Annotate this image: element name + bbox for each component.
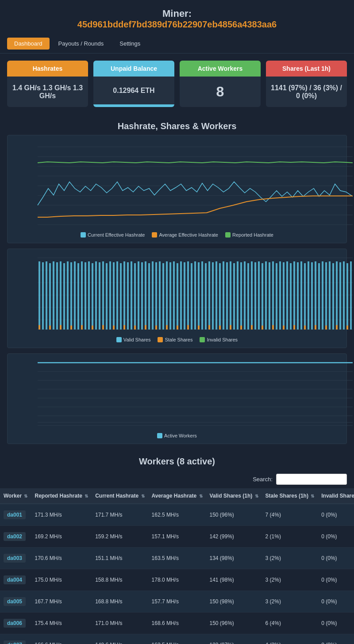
legend-invalid: Invalid Shares <box>200 337 238 342</box>
table-row: da001 171.3 MH/s 171.7 MH/s 162.5 MH/s 1… <box>0 504 354 526</box>
workers-svg: 8 7 6 5 4 3 2 1 0 Active Workers <box>34 358 353 429</box>
miner-address: 45d961bddef7bd389d76b22907eb4856a4383aa6 <box>4 19 350 30</box>
search-input[interactable] <box>276 474 347 485</box>
active-workers-chart: 8 7 6 5 4 3 2 1 0 Active Workers Activ <box>7 353 347 444</box>
svg-rect-69 <box>162 263 164 330</box>
active-workers-label: Active Workers <box>164 433 197 438</box>
svg-rect-151 <box>336 325 338 330</box>
col-invalid[interactable]: Invalid Shares (1h) ⇅ <box>318 488 354 504</box>
valid-label: Valid Shares <box>123 337 151 342</box>
hashrate-card: Hashrates 1.4 GH/s 1.3 GH/s 1.3 GH/s <box>7 61 88 107</box>
nav-payouts[interactable]: Payouts / Rounds <box>51 38 111 50</box>
svg-rect-144 <box>262 326 263 330</box>
col-valid[interactable]: Valid Shares (1h) ⇅ <box>206 488 262 504</box>
worker-name[interactable]: da007 <box>4 640 26 644</box>
svg-rect-104 <box>286 261 288 330</box>
table-row: da007 166.6 MH/s 149.6 MH/s 163.5 MH/s 1… <box>0 634 354 644</box>
average-cell: 157.1 MH/s <box>148 526 206 548</box>
col-worker[interactable]: Worker ⇅ <box>0 488 31 504</box>
stale-cell: 6 (4%) <box>262 613 318 634</box>
worker-name[interactable]: da001 <box>4 510 26 519</box>
svg-rect-58 <box>123 261 125 330</box>
stale-color <box>158 337 163 342</box>
svg-rect-66 <box>152 261 154 330</box>
hashrate-value: 1.4 GH/s 1.3 GH/s 1.3 GH/s <box>7 77 88 107</box>
svg-rect-135 <box>166 325 168 330</box>
invalid-cell: 0 (0%) <box>318 504 354 526</box>
table-row: da005 167.7 MH/s 168.8 MH/s 157.7 MH/s 1… <box>0 591 354 613</box>
worker-name[interactable]: da002 <box>4 532 26 541</box>
svg-rect-119 <box>339 262 341 330</box>
invalid-cell: 0 (0%) <box>318 613 354 634</box>
search-label: Search: <box>253 476 273 483</box>
col-stale[interactable]: Stale Shares (1h) ⇅ <box>262 488 318 504</box>
svg-rect-48 <box>88 261 90 330</box>
svg-rect-123 <box>38 325 40 330</box>
nav-settings[interactable]: Settings <box>112 38 147 50</box>
svg-rect-73 <box>177 263 178 330</box>
col-current[interactable]: Current Hashrate ⇅ <box>92 488 148 504</box>
average-label: Average Effective Hashrate <box>159 232 218 238</box>
shares-svg: 1200 1000 800 600 400 200 0 Shares // We… <box>34 253 353 333</box>
svg-rect-80 <box>201 261 203 330</box>
table-row: da004 175.0 MH/s 158.8 MH/s 178.0 MH/s 1… <box>0 569 354 591</box>
valid-cell: 150 (96%) <box>206 504 262 526</box>
worker-name-cell: da007 <box>0 634 31 644</box>
svg-rect-108 <box>300 261 302 330</box>
svg-rect-50 <box>95 261 97 330</box>
svg-rect-118 <box>336 261 338 330</box>
header: Miner: 45d961bddef7bd389d76b22907eb4856a… <box>0 0 354 34</box>
workers-value: 8 <box>180 77 261 107</box>
legend-valid: Valid Shares <box>116 337 151 342</box>
legend-current: Current Effective Hashrate <box>81 232 145 238</box>
sort-reported-icon: ⇅ <box>85 494 88 498</box>
svg-rect-82 <box>208 261 210 330</box>
svg-rect-138 <box>198 326 200 330</box>
svg-rect-150 <box>325 326 327 330</box>
worker-name[interactable]: da003 <box>4 554 26 563</box>
svg-rect-115 <box>325 262 327 330</box>
svg-rect-128 <box>92 326 93 330</box>
svg-rect-42 <box>67 261 69 330</box>
shares-legend: Valid Shares Stale Shares Invalid Shares <box>12 334 342 343</box>
svg-rect-102 <box>279 261 281 330</box>
worker-name-cell: da005 <box>0 591 31 613</box>
svg-rect-91 <box>240 262 242 330</box>
current-cell: 151.1 MH/s <box>92 548 148 569</box>
svg-rect-54 <box>109 261 111 330</box>
average-cell: 168.6 MH/s <box>148 613 206 634</box>
svg-rect-89 <box>233 263 235 330</box>
reported-cell: 167.7 MH/s <box>31 591 92 613</box>
sort-current-icon: ⇅ <box>141 494 145 498</box>
svg-rect-64 <box>145 261 146 330</box>
current-cell: 159.2 MH/s <box>92 526 148 548</box>
svg-rect-113 <box>318 263 320 330</box>
worker-name[interactable]: da004 <box>4 575 26 584</box>
svg-rect-67 <box>155 262 157 330</box>
worker-name[interactable]: da006 <box>4 619 26 628</box>
sort-average-icon: ⇅ <box>199 494 203 498</box>
svg-rect-37 <box>49 263 51 330</box>
svg-rect-77 <box>191 263 192 330</box>
shares-card: Shares (Last 1h) 1141 (97%) / 36 (3%) / … <box>266 61 347 107</box>
svg-rect-152 <box>346 326 348 330</box>
worker-name-cell: da004 <box>0 569 31 591</box>
unpaid-label: Unpaid Balance <box>93 61 174 77</box>
svg-rect-87 <box>226 262 228 330</box>
col-average[interactable]: Average Hashrate ⇅ <box>148 488 206 504</box>
svg-rect-44 <box>74 261 76 330</box>
svg-rect-79 <box>198 262 200 330</box>
reported-cell: 175.0 MH/s <box>31 569 92 591</box>
nav-dashboard[interactable]: Dashboard <box>7 38 50 50</box>
svg-rect-137 <box>187 325 189 330</box>
col-reported[interactable]: Reported Hashrate ⇅ <box>31 488 92 504</box>
worker-name[interactable]: da005 <box>4 597 26 606</box>
svg-rect-121 <box>346 263 348 330</box>
svg-rect-149 <box>315 325 316 330</box>
svg-rect-70 <box>166 261 168 330</box>
average-cell: 162.5 MH/s <box>148 504 206 526</box>
legend-average: Average Effective Hashrate <box>152 232 218 238</box>
hashrate-chart: 1.40000G 1.38000G 1.36000G 1.34000G 1.32… <box>7 135 347 243</box>
shares-value: 1141 (97%) / 36 (3%) / 0 (0%) <box>266 77 347 107</box>
average-cell: 163.5 MH/s <box>148 634 206 644</box>
